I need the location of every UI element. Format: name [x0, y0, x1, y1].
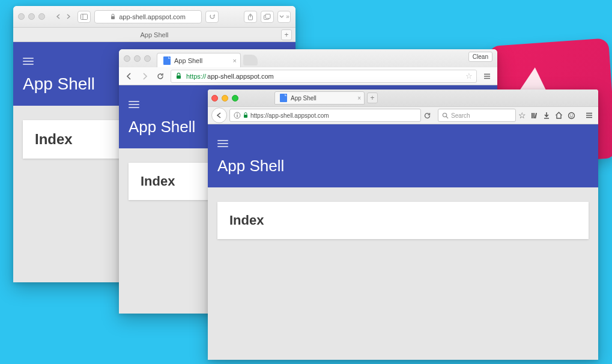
browser-tab[interactable]: App Shell × [274, 91, 365, 105]
close-icon[interactable] [211, 95, 218, 102]
download-icon[interactable] [543, 112, 550, 119]
card-heading: Index [35, 131, 73, 147]
svg-rect-6 [177, 76, 181, 79]
clean-label: Clean [473, 53, 488, 60]
hamburger-icon[interactable] [23, 58, 34, 65]
new-tab-button[interactable]: + [367, 93, 378, 103]
minimize-icon[interactable] [28, 13, 35, 20]
search-bar[interactable]: Search [438, 109, 516, 122]
address-bar[interactable]: app-shell.appspot.com [94, 10, 202, 23]
svg-line-15 [446, 117, 448, 118]
svg-point-21 [570, 114, 571, 115]
card-heading: Index [229, 213, 264, 228]
window-controls[interactable] [18, 13, 45, 20]
menu-button[interactable] [482, 71, 492, 82]
svg-rect-12 [237, 115, 237, 117]
bookmark-star-icon[interactable]: ☆ [465, 71, 473, 80]
firefox-tabstrip: App Shell × + [208, 89, 598, 106]
back-button[interactable] [124, 71, 135, 82]
search-placeholder: Search [451, 112, 470, 119]
svg-rect-18 [535, 113, 537, 118]
chrome-toolbar: https://app-shell.appspot.com ☆ [119, 67, 497, 85]
menu-button[interactable] [584, 110, 595, 121]
firefox-window: App Shell × + https://app-shell.appspot.… [208, 89, 598, 360]
hamburger-icon[interactable] [129, 101, 139, 108]
app-header: App Shell [208, 124, 598, 187]
url-text: https://app-shell.appspot.com [250, 112, 329, 119]
reload-button[interactable] [423, 112, 435, 120]
svg-rect-16 [532, 113, 533, 118]
chrome-tabstrip: App Shell × Clean [119, 49, 497, 67]
svg-point-11 [237, 114, 238, 115]
minimize-icon[interactable] [134, 55, 141, 62]
close-icon[interactable] [124, 55, 130, 62]
svg-rect-5 [265, 14, 270, 18]
window-controls[interactable] [124, 55, 151, 62]
tab-title: App Shell [174, 57, 202, 64]
forward-button [139, 71, 150, 82]
content-card: Index [217, 202, 589, 239]
close-icon[interactable] [18, 13, 25, 20]
reload-button[interactable] [155, 71, 166, 82]
hamburger-icon[interactable] [217, 140, 228, 147]
lock-icon [111, 14, 115, 20]
tab-title: App Shell [140, 31, 168, 38]
address-text: app-shell.appspot.com [119, 13, 186, 20]
lock-icon [176, 73, 181, 79]
forward-button[interactable] [63, 14, 74, 19]
minimize-icon[interactable] [222, 95, 228, 102]
new-tab-button[interactable]: + [281, 29, 292, 40]
safari-tabbar: App Shell + [13, 28, 295, 42]
svg-rect-13 [244, 115, 247, 118]
back-button[interactable] [211, 108, 227, 123]
url-scheme: https:// [186, 73, 206, 80]
firefox-toolbar: https://app-shell.appspot.com Search ☆ [208, 106, 598, 124]
app-body: Index [208, 187, 598, 360]
safari-titlebar: app-shell.appspot.com » [13, 6, 295, 28]
svg-rect-17 [533, 113, 535, 118]
share-button[interactable] [244, 11, 257, 23]
svg-point-22 [572, 114, 573, 115]
close-tab-icon[interactable]: × [357, 95, 361, 102]
app-title: App Shell [217, 157, 589, 175]
svg-point-20 [569, 112, 575, 118]
svg-point-14 [443, 113, 446, 117]
reload-button[interactable] [205, 11, 219, 23]
close-tab-icon[interactable]: × [233, 57, 237, 64]
card-heading: Index [141, 174, 175, 189]
back-button[interactable] [52, 14, 63, 19]
maximize-icon[interactable] [144, 55, 151, 62]
url-host: app-shell.appspot.com [207, 73, 274, 80]
nav-back-forward[interactable] [52, 14, 74, 19]
window-controls[interactable] [211, 95, 238, 102]
bookmark-star-icon[interactable]: ☆ [518, 111, 526, 120]
tab-title: App Shell [291, 95, 317, 102]
sync-icon[interactable] [568, 112, 575, 120]
lock-icon [243, 112, 248, 118]
svg-rect-2 [111, 16, 115, 19]
maximize-icon[interactable] [38, 13, 45, 20]
clean-button[interactable]: Clean [468, 52, 492, 62]
tabs-button[interactable] [261, 11, 274, 23]
svg-rect-0 [81, 14, 88, 19]
browser-tab[interactable]: App Shell × [157, 53, 241, 67]
new-tab-button[interactable] [243, 55, 258, 65]
sidebar-button[interactable] [77, 11, 91, 23]
address-bar[interactable]: https://app-shell.appspot.com ☆ [171, 70, 477, 83]
overflow-button[interactable]: » [277, 11, 291, 23]
search-icon [442, 112, 449, 119]
toolbar-actions: ☆ [518, 111, 575, 120]
info-icon[interactable] [234, 112, 241, 119]
maximize-icon[interactable] [232, 95, 238, 102]
home-icon[interactable] [555, 112, 563, 119]
page-icon [163, 56, 171, 65]
library-icon[interactable] [531, 112, 538, 119]
address-bar[interactable]: https://app-shell.appspot.com [229, 109, 421, 122]
browser-tab[interactable]: App Shell [13, 31, 295, 38]
page-icon [280, 94, 287, 102]
